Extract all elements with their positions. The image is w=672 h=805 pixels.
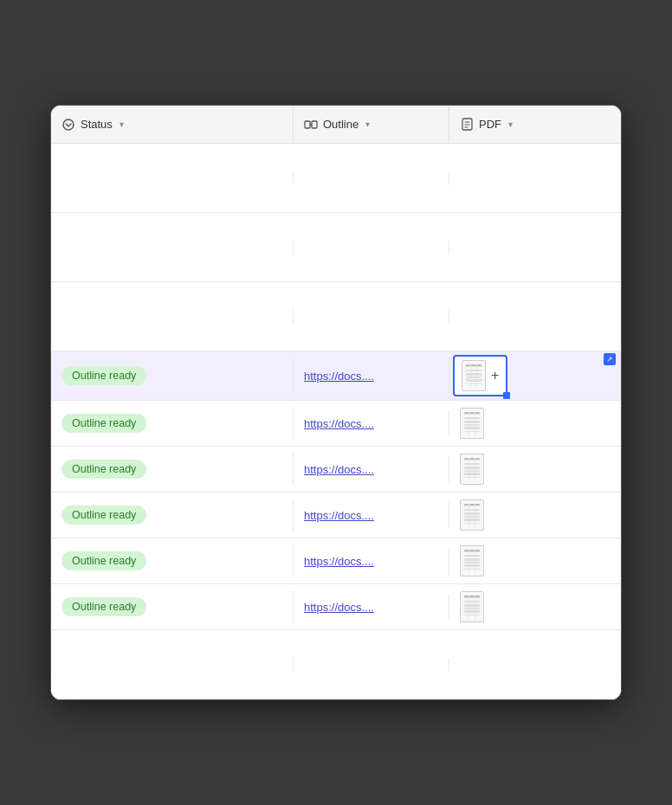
table-row	[51, 282, 621, 351]
outline-cell[interactable]: https://docs....	[294, 410, 449, 437]
status-column-label: Status	[81, 118, 113, 131]
status-cell: Outline ready	[51, 544, 294, 577]
svg-point-0	[63, 119, 74, 130]
status-cell: Outline ready	[51, 359, 294, 392]
table-header: Status ▾ Outline ▾ PDF ▾	[51, 106, 621, 144]
add-pdf-icon[interactable]: +	[491, 368, 499, 383]
pdf-cell	[449, 658, 621, 672]
table-row	[51, 213, 621, 282]
outline-link[interactable]: https://docs....	[304, 417, 374, 430]
outline-cell[interactable]: https://docs....	[294, 594, 449, 621]
resize-handle[interactable]	[503, 392, 510, 399]
status-badge: Outline ready	[61, 506, 146, 525]
status-badge: Outline ready	[61, 597, 146, 616]
outline-link[interactable]: https://docs....	[304, 463, 374, 476]
table-row[interactable]: Outline ready https://docs....	[51, 538, 621, 584]
pdf-thumbnail	[460, 591, 484, 622]
pdf-cell	[449, 401, 621, 446]
status-badge: Outline ready	[61, 366, 146, 385]
pdf-cell	[449, 171, 621, 185]
status-badge: Outline ready	[61, 551, 146, 570]
outline-header-icon	[304, 118, 318, 132]
outline-cell[interactable]: https://docs....	[294, 548, 449, 575]
pdf-column-header[interactable]: PDF ▾	[449, 106, 621, 143]
status-header-icon	[61, 118, 75, 132]
status-badge: Outline ready	[61, 460, 146, 479]
pdf-cell	[449, 241, 621, 254]
status-chevron-icon: ▾	[120, 119, 124, 129]
pdf-thumbnail	[460, 454, 484, 485]
outline-link[interactable]: https://docs....	[304, 601, 374, 614]
status-cell	[51, 171, 294, 185]
status-cell: Outline ready	[51, 499, 294, 531]
outline-link[interactable]: https://docs....	[304, 509, 374, 522]
outline-cell	[294, 171, 449, 185]
outline-column-header[interactable]: Outline ▾	[294, 106, 449, 143]
status-cell	[51, 658, 294, 672]
table-row	[51, 144, 621, 213]
status-cell: Outline ready	[51, 590, 294, 623]
pdf-cell-inner[interactable]: +	[453, 355, 507, 396]
table-row[interactable]: Outline ready https://docs....	[51, 493, 621, 538]
pdf-thumbnail	[460, 499, 484, 531]
outline-link[interactable]: https://docs....	[304, 370, 374, 383]
outline-link[interactable]: https://docs....	[304, 555, 374, 568]
pdf-cell	[449, 447, 621, 492]
pdf-chevron-icon: ▾	[508, 119, 513, 129]
table-row[interactable]: Outline ready https://docs.... +	[51, 351, 621, 401]
svg-rect-2	[312, 121, 317, 128]
table-row[interactable]: Outline ready https://docs....	[51, 447, 621, 493]
external-link-icon[interactable]	[604, 353, 616, 365]
pdf-cell	[449, 584, 621, 629]
pdf-header-icon	[460, 118, 474, 132]
pdf-cell	[449, 493, 621, 538]
table-row[interactable]: Outline ready https://docs....	[51, 584, 621, 630]
pdf-cell	[449, 538, 621, 583]
pdf-cell	[449, 310, 621, 324]
pdf-cell-active[interactable]: +	[449, 351, 621, 400]
table-body: Outline ready https://docs.... + Outline…	[51, 144, 621, 699]
outline-cell	[294, 241, 449, 254]
main-window: Status ▾ Outline ▾ PDF ▾	[50, 105, 622, 700]
outline-cell[interactable]: https://docs....	[294, 456, 449, 483]
outline-column-label: Outline	[323, 118, 359, 131]
outline-cell	[294, 658, 449, 672]
table-row[interactable]: Outline ready https://docs....	[51, 401, 621, 447]
status-cell	[51, 241, 294, 254]
status-cell: Outline ready	[51, 453, 294, 486]
pdf-thumbnail	[460, 545, 484, 576]
outline-cell[interactable]: https://docs....	[294, 502, 449, 529]
pdf-thumbnail	[460, 408, 484, 439]
outline-cell[interactable]: https://docs....	[294, 363, 449, 390]
pdf-column-label: PDF	[479, 118, 501, 131]
svg-rect-1	[305, 121, 310, 128]
pdf-thumbnail	[462, 360, 486, 391]
status-badge: Outline ready	[61, 414, 146, 433]
status-cell: Outline ready	[51, 407, 294, 440]
status-cell	[51, 310, 294, 324]
outline-chevron-icon: ▾	[365, 119, 370, 129]
outline-cell	[294, 310, 449, 324]
table-row	[51, 630, 621, 699]
status-column-header[interactable]: Status ▾	[51, 106, 294, 143]
